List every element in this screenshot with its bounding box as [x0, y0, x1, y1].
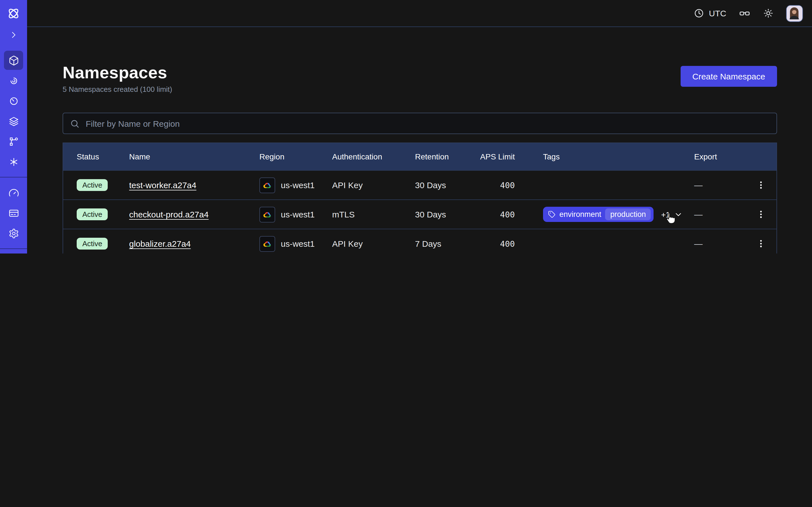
- topbar: UTC: [27, 0, 812, 27]
- create-namespace-button[interactable]: Create Namespace: [680, 66, 777, 87]
- status-badge: Active: [77, 238, 108, 249]
- sidebar-item-namespaces[interactable]: [4, 51, 23, 70]
- sidebar-nav-primary: [4, 51, 23, 171]
- tag-more-count[interactable]: +1: [661, 210, 670, 219]
- gcp-region-icon: [259, 207, 275, 222]
- sidebar-item-batch-operations[interactable]: [4, 112, 23, 131]
- temporal-logo-icon[interactable]: [4, 4, 23, 23]
- region-label: us-west1: [281, 239, 315, 248]
- layers-icon: [8, 116, 19, 126]
- sun-icon: [763, 8, 774, 18]
- row-menu-button[interactable]: [754, 178, 768, 192]
- theme-toggle-button[interactable]: [763, 8, 774, 18]
- timezone-label: UTC: [709, 8, 726, 18]
- column-header-tags: Tags: [543, 152, 694, 161]
- gcp-region-icon: [259, 177, 275, 193]
- gear-icon: [8, 228, 19, 238]
- row-menu-button[interactable]: [754, 207, 768, 221]
- sidebar-item-billing[interactable]: [4, 203, 23, 223]
- page-header: Namespaces 5 Namespaces created (100 lim…: [63, 63, 777, 94]
- user-avatar[interactable]: [786, 5, 803, 22]
- kebab-menu-icon: [756, 239, 765, 248]
- sidebar-divider: [0, 177, 27, 177]
- search-icon: [70, 119, 80, 128]
- sidebar-item-nexus[interactable]: [4, 152, 23, 171]
- export-value: —: [694, 180, 745, 190]
- sidebar-item-schedules[interactable]: [4, 91, 23, 110]
- sidebar-item-usage[interactable]: [4, 183, 23, 202]
- retention-label: 7 Days: [415, 239, 480, 248]
- timer-icon: [8, 96, 19, 106]
- namespaces-table: Status Name Region Authentication Retent…: [63, 143, 777, 253]
- branch-icon: [8, 136, 19, 147]
- sidebar-item-deployments[interactable]: [4, 132, 23, 151]
- retention-label: 30 Days: [415, 210, 480, 219]
- labs-toggle-button[interactable]: [739, 7, 751, 19]
- namespace-link[interactable]: checkout-prod.a27a4: [129, 210, 209, 219]
- chevron-right-icon: [9, 31, 18, 40]
- table-row: Active checkout-prod.a27a4: [63, 200, 776, 229]
- auth-label: API Key: [332, 239, 415, 248]
- sidebar-nav-account: [4, 183, 23, 243]
- export-value: —: [694, 239, 745, 248]
- table-header-row: Status Name Region Authentication Retent…: [63, 143, 776, 170]
- column-header-region: Region: [259, 152, 332, 161]
- chevron-down-icon[interactable]: [674, 210, 683, 219]
- app-root: 2.35.1 UTC: [0, 0, 812, 253]
- column-header-status: Status: [77, 152, 129, 161]
- column-header-retention: Retention: [415, 152, 480, 161]
- aps-limit-value: 400: [480, 180, 543, 189]
- timezone-selector[interactable]: UTC: [694, 8, 726, 18]
- column-header-aps-limit: APS Limit: [480, 152, 543, 161]
- page-subtitle: 5 Namespaces created (100 limit): [63, 85, 172, 94]
- filter-bar: [63, 113, 777, 134]
- sidebar-item-workflows[interactable]: [4, 71, 23, 90]
- auth-label: API Key: [332, 180, 415, 190]
- sidebar-divider: [0, 248, 27, 249]
- sidebar-expand-button[interactable]: [4, 27, 23, 43]
- namespace-link[interactable]: globalizer.a27a4: [129, 239, 191, 248]
- gauge-icon: [8, 187, 19, 198]
- status-badge: Active: [77, 179, 108, 191]
- kebab-menu-icon: [756, 180, 765, 190]
- tag-key: environment: [559, 210, 601, 219]
- region-label: us-west1: [281, 210, 315, 219]
- aps-limit-value: 400: [480, 210, 543, 219]
- auth-label: mTLS: [332, 210, 415, 219]
- page-title: Namespaces: [63, 63, 172, 82]
- retention-label: 30 Days: [415, 180, 480, 190]
- asterisk-icon: [8, 156, 19, 167]
- avatar-image: [786, 6, 802, 21]
- tag-icon: [548, 211, 555, 218]
- column-header-export: Export: [694, 152, 745, 161]
- glasses-icon: [739, 7, 751, 19]
- column-header-authentication: Authentication: [332, 152, 415, 161]
- export-value: —: [694, 210, 745, 219]
- status-badge: Active: [77, 209, 108, 220]
- tag-value: production: [605, 209, 651, 220]
- row-menu-button[interactable]: [754, 237, 768, 251]
- namespace-link[interactable]: test-worker.a27a4: [129, 180, 196, 190]
- filter-input[interactable]: [85, 118, 776, 129]
- table-row: Active test-worker.a27a4: [63, 170, 776, 200]
- sidebar-item-settings[interactable]: [4, 224, 23, 243]
- table-row: Active globalizer.a27a4: [63, 229, 776, 253]
- temporal-logo-icon: [6, 6, 21, 21]
- gcp-region-icon: [259, 236, 275, 251]
- cube-icon: [8, 55, 19, 66]
- kebab-menu-icon: [756, 210, 765, 219]
- aps-limit-value: 400: [480, 239, 543, 248]
- clock-icon: [694, 8, 704, 18]
- column-header-name: Name: [129, 152, 259, 161]
- credit-card-icon: [8, 208, 19, 218]
- tag-pill[interactable]: environment production: [543, 207, 654, 222]
- sidebar: 2.35.1: [0, 0, 27, 253]
- region-label: us-west1: [281, 180, 315, 190]
- spiral-icon: [8, 75, 19, 86]
- main-content: Namespaces 5 Namespaces created (100 lim…: [27, 27, 812, 253]
